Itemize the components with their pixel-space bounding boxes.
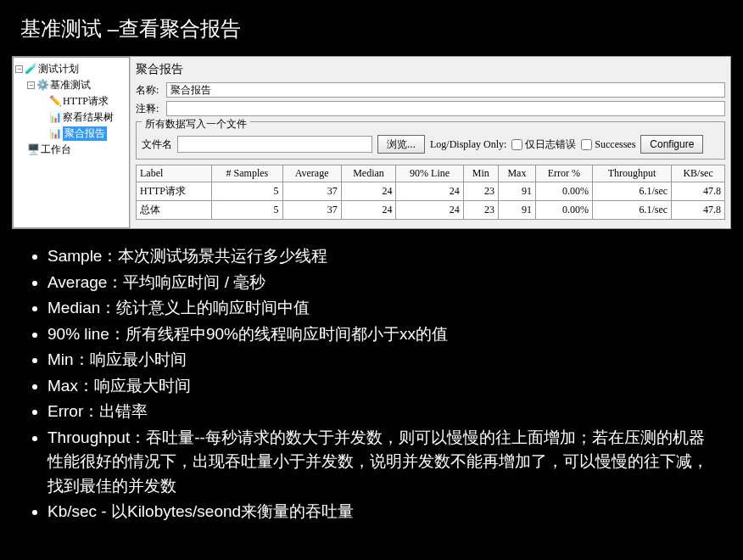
file-fieldset: 所有数据写入一个文件 文件名 浏览... Log/Display Only: 仅… [136,121,725,160]
tree-node-resulttree[interactable]: 📊 察看结果树 [15,109,127,126]
slide-title: 基准测试 –查看聚合报告 [0,0,743,56]
col-min[interactable]: Min [463,165,498,182]
table-cell: 0.00% [535,201,592,220]
table-cell: 24 [396,182,463,201]
tree-label: HTTP请求 [63,94,109,109]
tree-node-aggregate[interactable]: 📊 聚合报告 [15,126,127,142]
table-cell: 0.00% [535,182,592,201]
table-row[interactable]: HTTP请求537242423910.00%6.1/sec47.8 [137,182,725,201]
bullet-item: Max：响应最大时间 [47,374,709,399]
results-table: Label # Samples Average Median 90% Line … [136,165,725,220]
successes-checkbox[interactable]: Successes [581,138,635,151]
screen-icon: 🖥️ [27,144,39,156]
col-throughput[interactable]: Throughput [592,165,671,182]
report-pane: 聚合报告 名称: 注释: 所有数据写入一个文件 文件名 浏览... Log/Di… [130,57,730,228]
table-cell: 24 [396,201,463,220]
table-cell: 47.8 [672,182,725,201]
fieldset-legend: 所有数据写入一个文件 [142,117,250,132]
table-cell: 47.8 [672,201,725,220]
table-cell: 37 [282,201,341,220]
comment-row: 注释: [131,99,730,118]
bullet-item: Min：响应最小时间 [47,348,709,372]
tree-root[interactable]: − 🧪 测试计划 [15,61,127,77]
tree-label: 察看结果树 [63,110,114,125]
tree-node-http[interactable]: ✏️ HTTP请求 [15,93,127,109]
collapse-icon[interactable]: − [15,65,23,73]
col-median[interactable]: Median [341,165,396,182]
tree-root-label: 测试计划 [38,62,79,76]
name-input[interactable] [166,82,725,98]
table-cell: 24 [341,182,396,201]
jmeter-panel: − 🧪 测试计划 − ⚙️ 基准测试 ✏️ HTTP请求 📊 察看结果树 📊 聚… [12,56,731,229]
name-label: 名称: [136,83,166,98]
report-title: 聚合报告 [131,60,730,81]
col-samples[interactable]: # Samples [212,165,282,182]
tree-node-workbench[interactable]: 🖥️ 工作台 [15,142,127,158]
bullet-item: Average：平均响应时间 / 毫秒 [47,271,709,295]
table-cell: 37 [282,182,341,201]
bullet-item: Error：出错率 [47,400,709,424]
description-list: Sample：本次测试场景共运行多少线程 Average：平均响应时间 / 毫秒… [0,229,743,524]
flask-icon: 🧪 [25,64,36,76]
errors-checkbox[interactable]: 仅日志错误 [511,137,576,152]
bullet-item: Sample：本次测试场景共运行多少线程 [47,244,709,269]
chart-icon: 📊 [49,112,61,124]
table-cell: 5 [212,182,282,201]
filename-input[interactable] [177,136,372,153]
table-row[interactable]: 总体537242423910.00%6.1/sec47.8 [137,201,725,220]
comment-label: 注释: [136,102,166,116]
table-cell: 91 [498,201,535,220]
tree-node-benchmark[interactable]: − ⚙️ 基准测试 [15,77,127,93]
col-label[interactable]: Label [137,165,212,182]
col-average[interactable]: Average [282,165,341,182]
tree-label: 工作台 [41,143,71,157]
table-cell: 6.1/sec [592,201,671,220]
table-cell: 5 [212,201,282,220]
name-row: 名称: [131,81,730,99]
table-cell: 6.1/sec [592,182,671,201]
tree-label: 聚合报告 [63,126,107,141]
log-display-label: Log/Display Only: [430,138,506,151]
tree-label: 基准测试 [50,78,91,92]
bullet-item: Kb/sec - 以Kilobytes/seond来衡量的吞吐量 [47,500,709,524]
table-cell: HTTP请求 [137,182,212,201]
table-cell: 总体 [137,201,212,220]
bullet-item: 90% line：所有线程中90%的线程响应时间都小于xx的值 [47,322,709,347]
tree-view: − 🧪 测试计划 − ⚙️ 基准测试 ✏️ HTTP请求 📊 察看结果树 📊 聚… [13,57,130,228]
pencil-icon: ✏️ [49,96,61,108]
table-cell: 24 [341,201,396,220]
chart-icon: 📊 [49,128,61,140]
table-header-row: Label # Samples Average Median 90% Line … [137,165,725,182]
bullet-item: Throughput：吞吐量--每秒请求的数大于并发数，则可以慢慢的往上面增加；… [47,426,709,499]
configure-button[interactable]: Configure [640,135,703,154]
comment-input[interactable] [166,101,725,116]
table-cell: 91 [498,182,535,201]
bullet-item: Median：统计意义上的响应时间中值 [47,296,709,321]
table-cell: 23 [463,201,498,220]
file-label: 文件名 [142,137,172,152]
col-max[interactable]: Max [498,165,535,182]
results-table-wrap: Label # Samples Average Median 90% Line … [136,165,725,220]
gear-icon: ⚙️ [36,80,48,92]
col-90line[interactable]: 90% Line [396,165,463,182]
col-error[interactable]: Error % [535,165,592,182]
table-cell: 23 [463,182,498,201]
browse-button[interactable]: 浏览... [377,135,425,154]
col-kbsec[interactable]: KB/sec [672,165,725,182]
collapse-icon[interactable]: − [27,81,35,89]
